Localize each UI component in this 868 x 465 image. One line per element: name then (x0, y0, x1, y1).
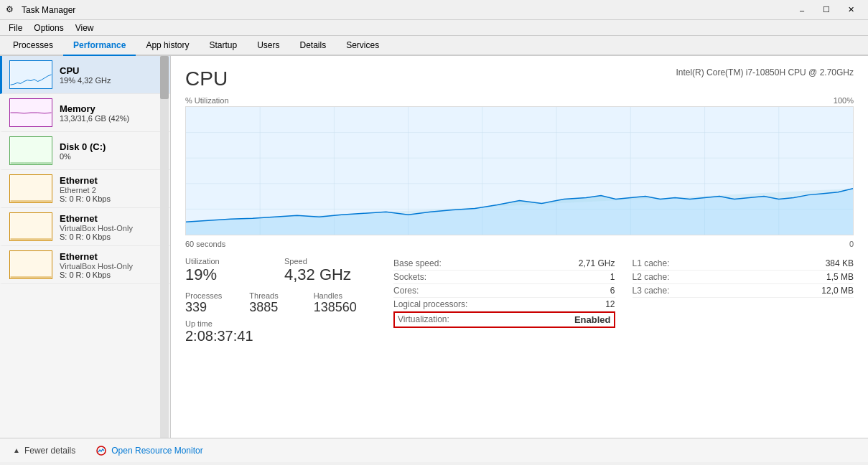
ethernet1-item-name: Ethernet (60, 175, 163, 186)
ethernet3-item-info: Ethernet VirtualBox Host-Only S: 0 R: 0 … (60, 251, 163, 279)
app-icon: ⚙ (6, 4, 17, 16)
uptime-value: 2:08:37:41 (185, 328, 372, 344)
utilization-block: Utilization 19% (185, 257, 273, 284)
handles-block: Handles 138560 (314, 291, 372, 315)
tabbar: Processes Performance App history Startu… (0, 36, 868, 56)
cores-value: 6 (610, 286, 615, 296)
sidebar: CPU 19% 4,32 GHz Memory 13,3/31,6 GB (42… (0, 56, 171, 438)
sidebar-item-memory[interactable]: Memory 13,3/31,6 GB (42%) (0, 94, 170, 132)
l1-label: L1 cache: (633, 258, 670, 268)
l2-label: L2 cache: (633, 272, 670, 282)
disk-item-info: Disk 0 (C:) 0% (60, 141, 163, 161)
chart-x-label: 60 seconds (185, 240, 225, 248)
svg-rect-3 (11, 175, 52, 202)
threads-block: Threads 3885 (249, 291, 307, 315)
info-col-right: L1 cache: 384 KB L2 cache: 1,5 MB L3 cac… (633, 257, 854, 328)
scroll-thumb[interactable] (160, 56, 169, 99)
handles-label: Handles (314, 291, 372, 300)
cpu-item-stat: 19% 4,32 GHz (60, 76, 163, 85)
fewer-details-button[interactable]: ▲ Fewer details (9, 444, 80, 457)
virtualization-row: Virtualization: Enabled (393, 311, 615, 328)
base-speed-value: 2,71 GHz (579, 258, 615, 268)
ethernet3-item-sub: VirtualBox Host-Only (60, 262, 163, 271)
ethernet1-item-stat: S: 0 R: 0 Kbps (60, 194, 163, 203)
cpu-item-info: CPU 19% 4,32 GHz (60, 65, 163, 85)
info-section: Base speed: 2,71 GHz Sockets: 1 Cores: 6 (393, 257, 854, 344)
sidebar-item-ethernet1[interactable]: Ethernet Ethernet 2 S: 0 R: 0 Kbps (0, 170, 170, 208)
processes-label: Processes (185, 291, 243, 300)
utilization-value: 19% (185, 266, 273, 284)
cores-label: Cores: (393, 286, 419, 296)
svg-rect-2 (11, 137, 52, 164)
cores-row: Cores: 6 (393, 284, 615, 298)
logical-value: 12 (605, 299, 615, 309)
processes-block: Processes 339 (185, 291, 243, 315)
chart-label-bottom: 60 seconds 0 (185, 240, 854, 248)
threads-label: Threads (249, 291, 307, 300)
speed-label: Speed (284, 257, 372, 266)
info-grid: Base speed: 2,71 GHz Sockets: 1 Cores: 6 (393, 257, 854, 328)
window-title: Task Manager (22, 5, 790, 15)
base-speed-row: Base speed: 2,71 GHz (393, 257, 615, 271)
tab-startup[interactable]: Startup (199, 36, 247, 56)
disk-item-name: Disk 0 (C:) (60, 141, 163, 152)
l3-row: L3 cache: 12,0 MB (633, 284, 854, 298)
close-button[interactable]: ✕ (839, 3, 862, 17)
l1-value: 384 KB (826, 258, 854, 268)
tab-performance[interactable]: Performance (63, 36, 136, 56)
l3-label: L3 cache: (633, 286, 670, 296)
threads-value: 3885 (249, 300, 307, 315)
logical-row: Logical processors: 12 (393, 298, 615, 311)
ethernet2-item-name: Ethernet (60, 213, 163, 224)
chart-y-label: % Utilization (185, 96, 229, 105)
chart-label-top: % Utilization 100% (185, 96, 854, 105)
ethernet2-item-info: Ethernet VirtualBox Host-Only S: 0 R: 0 … (60, 213, 163, 241)
scrollbar[interactable] (160, 56, 169, 438)
content-header: CPU Intel(R) Core(TM) i7-10850H CPU @ 2.… (185, 67, 854, 90)
minimize-button[interactable]: – (790, 3, 813, 17)
stats-section: Utilization 19% Speed 4,32 GHz Processes… (185, 257, 372, 344)
ethernet1-mini-graph (9, 174, 52, 203)
menu-view[interactable]: View (70, 22, 100, 34)
menu-options[interactable]: Options (28, 22, 69, 34)
memory-item-info: Memory 13,3/31,6 GB (42%) (60, 103, 163, 123)
content-title: CPU (185, 67, 228, 90)
menubar: File Options View (0, 20, 868, 36)
l3-value: 12,0 MB (821, 286, 854, 296)
sidebar-item-cpu[interactable]: CPU 19% 4,32 GHz (0, 56, 170, 94)
cpu-mini-graph (9, 60, 52, 89)
memory-mini-graph (9, 98, 52, 127)
menu-file[interactable]: File (3, 22, 28, 34)
open-resource-monitor-button[interactable]: Open Resource Monitor (91, 443, 207, 458)
virt-label: Virtualization: (398, 314, 449, 325)
disk-item-stat: 0% (60, 152, 163, 161)
main-layout: CPU 19% 4,32 GHz Memory 13,3/31,6 GB (42… (0, 56, 868, 438)
svg-rect-5 (11, 251, 52, 278)
info-col-left: Base speed: 2,71 GHz Sockets: 1 Cores: 6 (393, 257, 615, 328)
tab-details[interactable]: Details (289, 36, 336, 56)
memory-item-name: Memory (60, 103, 163, 114)
processes-value: 339 (185, 300, 243, 315)
uptime-block: Up time 2:08:37:41 (185, 319, 372, 344)
base-speed-label: Base speed: (393, 258, 442, 268)
ethernet1-item-sub: Ethernet 2 (60, 186, 163, 194)
bottombar: ▲ Fewer details Open Resource Monitor (0, 438, 868, 462)
sockets-label: Sockets: (393, 272, 426, 282)
svg-rect-0 (11, 61, 52, 88)
l2-value: 1,5 MB (826, 272, 854, 282)
ethernet3-mini-graph (9, 250, 52, 279)
resource-monitor-icon (95, 445, 107, 456)
cpu-chart (185, 106, 854, 235)
tab-services[interactable]: Services (336, 36, 389, 56)
tab-processes[interactable]: Processes (3, 36, 63, 56)
maximize-button[interactable]: ☐ (815, 3, 838, 17)
sidebar-item-ethernet3[interactable]: Ethernet VirtualBox Host-Only S: 0 R: 0 … (0, 246, 170, 284)
tab-users[interactable]: Users (247, 36, 289, 56)
tab-app-history[interactable]: App history (136, 36, 199, 56)
sidebar-item-disk[interactable]: Disk 0 (C:) 0% (0, 132, 170, 170)
uptime-label: Up time (185, 319, 372, 328)
speed-value: 4,32 GHz (284, 266, 372, 284)
sidebar-item-ethernet2[interactable]: Ethernet VirtualBox Host-Only S: 0 R: 0 … (0, 208, 170, 246)
ethernet3-item-stat: S: 0 R: 0 Kbps (60, 271, 163, 279)
content-area: CPU Intel(R) Core(TM) i7-10850H CPU @ 2.… (171, 56, 868, 438)
